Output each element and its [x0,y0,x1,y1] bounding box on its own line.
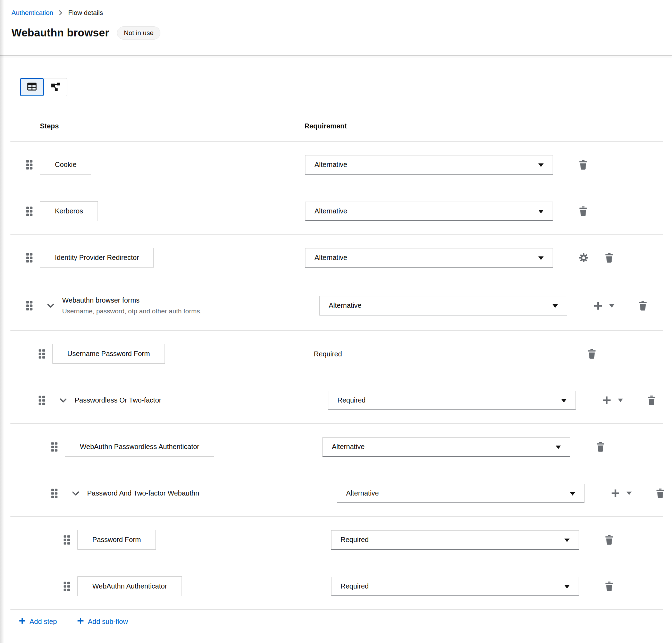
step-name-box: Identity Provider Redirector [40,248,154,268]
flow-row-step: Username Password Form Required [10,331,663,377]
view-toolbar [10,78,663,96]
status-badge: Not in use [117,26,161,40]
requirement-select[interactable]: Required [328,391,576,410]
chevron-down-icon[interactable] [72,491,79,496]
plus-icon [77,617,84,626]
caret-down-icon [570,489,575,497]
requirement-select[interactable]: Alternative [337,484,585,503]
caret-down-icon [538,161,544,169]
flow-row-step: WebAuthn Authenticator Required [10,563,663,610]
settings-gear-button[interactable] [579,253,588,262]
drag-handle-icon[interactable] [51,442,58,452]
subflow-description: Username, password, otp and other auth f… [62,307,202,315]
drag-handle-icon[interactable] [26,206,33,217]
add-execution-plus-button[interactable] [602,396,612,405]
flow-details-panel: Steps Requirement Cookie [10,78,663,626]
delete-trash-button[interactable] [579,160,587,170]
drag-handle-icon[interactable] [63,581,70,592]
drag-handle-icon[interactable] [26,160,33,170]
requirement-select[interactable]: Alternative [319,296,567,315]
requirement-select[interactable]: Required [331,577,579,596]
chevron-down-icon[interactable] [59,398,67,403]
page-title: Webauthn browser [11,27,109,39]
diagram-view-icon [51,82,60,92]
requirement-select[interactable]: Required [331,530,579,550]
delete-trash-button[interactable] [596,442,605,452]
footer-actions: Add step Add sub-flow [10,610,663,626]
diagram-view-button[interactable] [44,78,67,96]
delete-trash-button[interactable] [639,301,647,311]
delete-trash-button[interactable] [605,535,613,545]
add-execution-plus-button[interactable] [611,489,620,498]
flow-row-step: Cookie Alternative [10,142,663,188]
drag-handle-icon[interactable] [38,349,45,359]
delete-trash-button[interactable] [605,581,613,591]
delete-trash-button[interactable] [605,253,613,263]
page-header: Authentication Flow details Webauthn bro… [0,0,672,56]
column-header-requirement: Requirement [304,122,347,130]
step-name-box: WebAuthn Authenticator [77,576,182,596]
delete-trash-button[interactable] [656,488,664,498]
subflow-title: Passwordless Or Two-factor [75,396,161,404]
step-name-box: Kerberos [40,201,98,221]
step-name-box: Username Password Form [52,344,165,364]
actions-caret-button[interactable] [618,399,623,402]
flow-row-step: Password Form Required [10,517,663,563]
plus-icon [19,617,26,626]
requirement-select[interactable]: Alternative [322,437,570,457]
flow-row-subflow: Webauthn browser forms Username, passwor… [10,281,663,331]
drag-handle-icon[interactable] [38,395,45,406]
delete-trash-button[interactable] [588,349,596,359]
caret-down-icon [538,254,544,262]
left-edge-shadow [0,0,4,643]
requirement-select[interactable]: Alternative [305,248,553,268]
table-header: Steps Requirement [10,96,663,142]
requirement-select[interactable]: Alternative [305,155,553,175]
step-name-box: WebAuthn Passwordless Authenticator [65,437,214,457]
flow-rows-list: Cookie Alternative [10,142,663,610]
chevron-down-icon[interactable] [47,303,54,308]
flow-row-step: Kerberos Alternative [10,188,663,235]
drag-handle-icon[interactable] [26,253,33,263]
add-sub-flow-button[interactable]: Add sub-flow [77,617,128,626]
breadcrumb-current: Flow details [68,9,103,17]
caret-down-icon [564,582,570,590]
table-view-button[interactable] [20,78,44,96]
caret-down-icon [538,207,544,215]
requirement-text: Required [314,350,342,358]
add-execution-plus-button[interactable] [593,301,603,311]
actions-caret-button[interactable] [627,492,632,495]
drag-handle-icon[interactable] [51,488,58,499]
drag-handle-icon[interactable] [63,535,70,545]
requirement-select[interactable]: Alternative [305,202,553,221]
caret-down-icon [564,536,570,544]
caret-down-icon [561,396,566,404]
step-name-box: Cookie [40,155,91,175]
add-step-button[interactable]: Add step [19,617,57,626]
step-name-box: Password Form [77,530,156,550]
table-view-icon [27,83,37,92]
delete-trash-button[interactable] [647,395,656,405]
breadcrumb-link-authentication[interactable]: Authentication [11,9,53,17]
column-header-steps: Steps [40,122,59,130]
breadcrumb: Authentication Flow details [11,9,661,17]
subflow-title: Password And Two-factor Webauthn [87,489,199,497]
flow-row-step: Identity Provider Redirector Alternative [10,235,663,281]
flow-row-step: WebAuthn Passwordless Authenticator Alte… [10,424,663,470]
subflow-title: Webauthn browser forms [62,296,202,304]
view-toggle-group [20,78,67,96]
delete-trash-button[interactable] [579,206,587,216]
breadcrumb-separator-icon [59,10,62,16]
actions-caret-button[interactable] [609,304,614,307]
drag-handle-icon[interactable] [26,301,33,311]
caret-down-icon [556,443,561,451]
flow-row-subflow: Password And Two-factor Webauthn Alterna… [10,470,663,517]
caret-down-icon [553,302,558,310]
flow-row-subflow: Passwordless Or Two-factor Required [10,377,663,424]
